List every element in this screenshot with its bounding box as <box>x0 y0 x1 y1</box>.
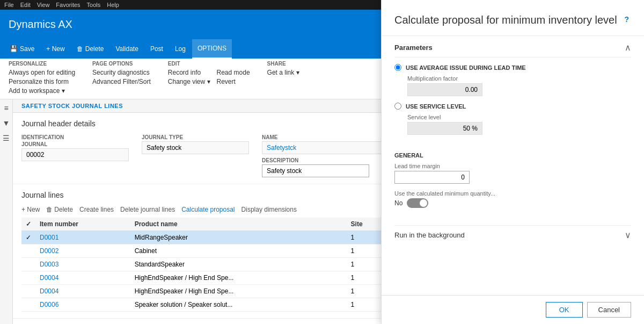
ribbon-revert[interactable]: Revert <box>217 78 250 85</box>
help-button[interactable]: ? <box>622 13 631 26</box>
journal-number-input[interactable] <box>21 148 129 161</box>
menu-help[interactable]: Help <box>107 2 119 8</box>
ribbon-page-options: PAGE OPTIONS Security diagnostics Advanc… <box>92 61 151 95</box>
lines-delete-button[interactable]: 🗑 Delete <box>46 206 73 213</box>
row-check: ✓ <box>21 231 35 244</box>
description-input[interactable] <box>262 164 369 177</box>
panel-title: Calculate proposal for minimum inventory… <box>394 13 622 27</box>
ribbon-read-mode[interactable]: Read mode <box>217 69 250 76</box>
toggle-row: No <box>394 198 631 208</box>
avg-issue-radio[interactable] <box>394 64 401 71</box>
ribbon-add-workspace[interactable]: Add to workspace ▾ <box>9 87 75 95</box>
ribbon-edit: EDIT Record info Change view ▾ Read mode… <box>168 61 250 95</box>
ribbon-advanced-filter[interactable]: Advanced Filter/Sort <box>92 78 151 85</box>
ribbon-always-open[interactable]: Always open for editing <box>9 69 75 76</box>
parameters-title: Parameters <box>394 44 433 52</box>
options-button[interactable]: OPTIONS <box>192 39 232 59</box>
multiplication-factor-field: Multiplication factor <box>394 75 631 96</box>
row-check <box>21 285 35 298</box>
multiplication-factor-label: Multiplication factor <box>407 75 631 82</box>
calc-min-field: Use the calculated minimum quantity... N… <box>394 190 631 208</box>
radio-group: USE AVERAGE ISSUE DURING LEAD TIME Multi… <box>394 57 631 148</box>
col-check: ✓ <box>21 218 35 231</box>
service-level-value-label: Service level <box>407 114 631 120</box>
sidebar-filter-icon[interactable]: ▼ <box>3 119 10 127</box>
ribbon-security-diag[interactable]: Security diagnostics <box>92 69 151 76</box>
calculate-proposal-button[interactable]: Calculate proposal <box>181 206 235 213</box>
toggle-no-label: No <box>394 199 402 207</box>
cancel-button[interactable]: Cancel <box>587 302 631 318</box>
delete-icon: 🗑 <box>77 45 83 53</box>
row-item-number[interactable]: D0004 <box>35 285 130 298</box>
delete-small-icon: 🗑 <box>46 206 53 213</box>
row-product-name: Cabinet <box>130 244 347 258</box>
post-button[interactable]: Post <box>145 39 169 59</box>
log-button[interactable]: Log <box>170 39 191 59</box>
journal-type-field: Journal type <box>142 134 249 177</box>
service-level-label[interactable]: USE SERVICE LEVEL <box>406 103 466 110</box>
chevron-up-icon: ∧ <box>625 42 631 53</box>
row-item-number[interactable]: D0006 <box>35 298 130 312</box>
service-level-field: Service level <box>394 114 631 135</box>
parameters-section: Parameters ∧ USE AVERAGE ISSUE DURING LE… <box>394 36 631 225</box>
menu-favorites[interactable]: Favorites <box>56 2 80 8</box>
ribbon-get-link[interactable]: Get a link ▾ <box>267 69 299 76</box>
sidebar-list-icon[interactable]: ☰ <box>3 134 10 142</box>
ribbon-personalize: PERSONALIZE Always open for editing Pers… <box>9 61 75 95</box>
new-button[interactable]: + New <box>41 39 70 59</box>
service-level-option: USE SERVICE LEVEL <box>394 103 631 110</box>
lead-time-field: Lead time margin <box>394 163 631 184</box>
create-lines-button[interactable]: Create lines <box>79 206 114 213</box>
delete-button[interactable]: 🗑 Delete <box>71 39 109 59</box>
row-check <box>21 271 35 285</box>
row-product-name: HighEndSpeaker / High End Spe... <box>130 285 347 298</box>
ribbon-personalize-form[interactable]: Personalize this form <box>9 78 75 85</box>
row-item-number[interactable]: D0004 <box>35 271 130 285</box>
ribbon-record-info[interactable]: Record info <box>168 69 210 76</box>
ribbon-share: SHARE Get a link ▾ <box>267 61 299 95</box>
parameters-header[interactable]: Parameters ∧ <box>394 42 631 57</box>
sidebar-menu-icon[interactable]: ≡ <box>4 104 8 112</box>
col-product-name: Product name <box>130 218 347 231</box>
row-check <box>21 298 35 312</box>
row-product-name: StandardSpeaker <box>130 258 347 271</box>
menu-edit[interactable]: Edit <box>20 2 31 8</box>
service-level-input <box>407 122 482 135</box>
lead-time-label: Lead time margin <box>394 163 631 169</box>
row-item-number[interactable]: D0002 <box>35 244 130 258</box>
ok-button[interactable]: OK <box>546 302 583 318</box>
menu-tools[interactable]: Tools <box>87 2 101 8</box>
panel-footer: OK Cancel <box>382 295 644 324</box>
save-icon: 💾 <box>10 45 18 53</box>
calc-min-label: Use the calculated minimum quantity... <box>394 190 631 197</box>
app-title: Dynamics AX <box>9 18 72 31</box>
row-check <box>21 258 35 271</box>
panel-header: Calculate proposal for minimum inventory… <box>382 0 644 36</box>
delete-journal-lines-button[interactable]: Delete journal lines <box>120 206 175 213</box>
calc-min-toggle[interactable] <box>407 198 428 208</box>
panel-body: Parameters ∧ USE AVERAGE ISSUE DURING LE… <box>382 36 644 295</box>
save-button[interactable]: 💾 Save <box>4 39 40 59</box>
service-level-radio[interactable] <box>394 103 401 110</box>
display-dimensions-button[interactable]: Display dimensions <box>241 206 297 213</box>
journal-type-input[interactable] <box>142 141 249 154</box>
run-in-background-section[interactable]: Run in the background ∨ <box>394 225 631 244</box>
avg-issue-option: USE AVERAGE ISSUE DURING LEAD TIME <box>394 64 631 71</box>
lines-new-button[interactable]: + New <box>21 206 40 213</box>
avg-issue-label[interactable]: USE AVERAGE ISSUE DURING LEAD TIME <box>406 64 526 71</box>
row-product-name: HighEndSpeaker / High End Spe... <box>130 271 347 285</box>
row-item-number[interactable]: D0003 <box>35 258 130 271</box>
identification-field: IDENTIFICATION Journal <box>21 134 129 177</box>
menu-file[interactable]: File <box>4 2 14 8</box>
menu-view[interactable]: View <box>37 2 50 8</box>
validate-button[interactable]: Validate <box>110 39 143 59</box>
row-product-name: MidRangeSpeaker <box>130 231 347 244</box>
left-sidebar: ≡ ▼ ☰ <box>0 99 13 324</box>
col-item-number: Item number <box>35 218 130 231</box>
ribbon-change-view[interactable]: Change view ▾ <box>168 78 210 85</box>
lead-time-input[interactable] <box>394 171 470 184</box>
run-bg-label: Run in the background <box>394 231 465 239</box>
row-item-number[interactable]: D0001 <box>35 231 130 244</box>
chevron-down-icon: ∨ <box>625 230 631 240</box>
multiplication-factor-input <box>407 83 482 96</box>
